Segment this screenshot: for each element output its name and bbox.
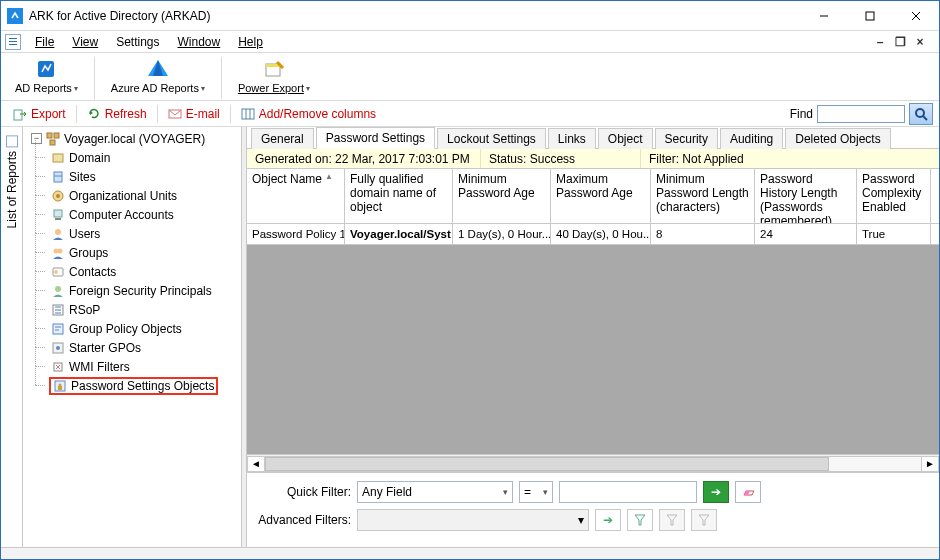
- tree-item-icon: [51, 341, 65, 355]
- menu-window[interactable]: Window: [170, 33, 229, 51]
- svg-marker-47: [699, 515, 709, 525]
- table-row[interactable]: Password Policy 1Voyager.local/Syst1 Day…: [247, 224, 939, 245]
- tree-item-group-policy-objects[interactable]: Group Policy Objects: [47, 319, 246, 338]
- maximize-button[interactable]: [847, 1, 893, 31]
- scroll-left-button[interactable]: ◄: [247, 456, 265, 472]
- tree-item-rsop[interactable]: RSoP: [47, 300, 246, 319]
- tree-item-sites[interactable]: Sites: [47, 167, 246, 186]
- close-button[interactable]: [893, 1, 939, 31]
- quick-filter-field-select[interactable]: Any Field▾: [357, 481, 513, 503]
- tree-item-organizational-units[interactable]: Organizational Units: [47, 186, 246, 205]
- menu-help[interactable]: Help: [230, 33, 271, 51]
- tab-deleted-objects[interactable]: Deleted Objects: [785, 128, 890, 149]
- column-header[interactable]: Maximum Password Age: [551, 169, 651, 223]
- filter-funnel-button[interactable]: [627, 509, 653, 531]
- scroll-right-button[interactable]: ►: [921, 456, 939, 472]
- svg-rect-14: [242, 109, 254, 119]
- ad-reports-icon: [34, 57, 58, 81]
- funnel-icon: [698, 514, 710, 526]
- minimize-button[interactable]: [801, 1, 847, 31]
- tree-item-label: WMI Filters: [69, 360, 130, 374]
- tree-item-foreign-security-principals[interactable]: Foreign Security Principals: [47, 281, 246, 300]
- collapse-toggle[interactable]: −: [31, 133, 42, 144]
- chevron-down-icon: ▾: [306, 84, 310, 93]
- tree-item-icon: [51, 322, 65, 336]
- quick-filter-operator-select[interactable]: =▾: [519, 481, 553, 503]
- quick-filter-label: Quick Filter:: [257, 485, 351, 499]
- horizontal-scrollbar[interactable]: ◄ ►: [247, 454, 939, 472]
- menu-settings[interactable]: Settings: [108, 33, 167, 51]
- tree-item-label: Groups: [69, 246, 108, 260]
- advanced-apply-button[interactable]: ➔: [595, 509, 621, 531]
- mdi-minimize-icon[interactable]: –: [873, 35, 887, 49]
- tree-item-starter-gpos[interactable]: Starter GPOs: [47, 338, 246, 357]
- add-remove-columns-button[interactable]: Add/Remove columns: [235, 106, 382, 122]
- mdi-close-icon[interactable]: ×: [913, 35, 927, 49]
- column-header[interactable]: Password History Length (Passwords remem…: [755, 169, 857, 223]
- app-window: ARK for Active Directory (ARKAD) File Vi…: [0, 0, 940, 560]
- svg-rect-28: [55, 218, 61, 220]
- tree-item-groups[interactable]: Groups: [47, 243, 246, 262]
- clear-filter-button[interactable]: [735, 481, 761, 503]
- tab-auditing[interactable]: Auditing: [720, 128, 783, 149]
- tab-lockout-settings[interactable]: Lockout Settings: [437, 128, 546, 149]
- svg-point-29: [55, 229, 61, 235]
- scroll-track[interactable]: [265, 456, 921, 472]
- add-remove-columns-label: Add/Remove columns: [259, 107, 376, 121]
- find-input[interactable]: [817, 105, 905, 123]
- tree-item-label: Organizational Units: [69, 189, 177, 203]
- svg-rect-11: [14, 110, 22, 120]
- column-header[interactable]: Password Complexity Enabled: [857, 169, 931, 223]
- tab-object[interactable]: Object: [598, 128, 653, 149]
- tree-root-label: Voyager.local (VOYAGER): [64, 132, 205, 146]
- advanced-filter-select[interactable]: ▾: [357, 509, 589, 531]
- find-button[interactable]: [909, 103, 933, 125]
- email-button[interactable]: E-mail: [162, 106, 226, 122]
- panel-icon: [6, 135, 18, 147]
- status-bar: [1, 547, 939, 559]
- tree-item-contacts[interactable]: Contacts: [47, 262, 246, 281]
- column-header[interactable]: Object Name▲: [247, 169, 345, 223]
- side-tab-list-of-reports[interactable]: List of Reports: [1, 127, 23, 547]
- table-cell: 40 Day(s), 0 Hou...: [551, 224, 651, 244]
- tab-links[interactable]: Links: [548, 128, 596, 149]
- chevron-down-icon: ▾: [201, 84, 205, 93]
- tab-password-settings[interactable]: Password Settings: [316, 127, 435, 149]
- mdi-restore-icon[interactable]: ❐: [893, 35, 907, 49]
- column-header[interactable]: Fully qualified domain name of object: [345, 169, 453, 223]
- system-menu-icon[interactable]: [5, 34, 21, 50]
- status-label: Status:: [489, 152, 526, 166]
- tree-item-users[interactable]: Users: [47, 224, 246, 243]
- navigation-tree: − Voyager.local (VOYAGER) DomainSitesOrg…: [23, 127, 247, 547]
- tree-item-wmi-filters[interactable]: WMI Filters: [47, 357, 246, 376]
- tree-item-password-settings-objects[interactable]: Password Settings Objects: [47, 376, 246, 395]
- tab-general[interactable]: General: [251, 128, 314, 149]
- column-header[interactable]: Minimum Password Age: [453, 169, 551, 223]
- menu-file[interactable]: File: [27, 33, 62, 51]
- tree-item-icon: [51, 360, 65, 374]
- power-export-icon: [262, 57, 286, 81]
- tree-item-icon: [51, 284, 65, 298]
- quick-filter-value-input[interactable]: [559, 481, 697, 503]
- table-cell: 24: [755, 224, 857, 244]
- ad-reports-button[interactable]: AD Reports▾: [7, 55, 86, 96]
- menu-view[interactable]: View: [64, 33, 106, 51]
- column-header[interactable]: Minimum Password Length (characters): [651, 169, 755, 223]
- svg-point-34: [55, 286, 61, 292]
- tree-root-node[interactable]: − Voyager.local (VOYAGER): [27, 129, 246, 148]
- power-export-button[interactable]: Power Export▾: [230, 55, 318, 96]
- tree-item-label: Foreign Security Principals: [69, 284, 212, 298]
- svg-rect-27: [54, 210, 62, 217]
- tree-item-computer-accounts[interactable]: Computer Accounts: [47, 205, 246, 224]
- tree-item-domain[interactable]: Domain: [47, 148, 246, 167]
- refresh-button[interactable]: Refresh: [81, 106, 153, 122]
- export-button[interactable]: Export: [7, 106, 72, 122]
- search-icon: [914, 107, 928, 121]
- svg-point-17: [916, 109, 924, 117]
- table-cell: True: [857, 224, 931, 244]
- tab-security[interactable]: Security: [655, 128, 718, 149]
- apply-filter-button[interactable]: ➔: [703, 481, 729, 503]
- azure-ad-reports-button[interactable]: Azure AD Reports▾: [103, 55, 213, 96]
- tree-item-label: RSoP: [69, 303, 100, 317]
- scroll-thumb[interactable]: [265, 457, 829, 471]
